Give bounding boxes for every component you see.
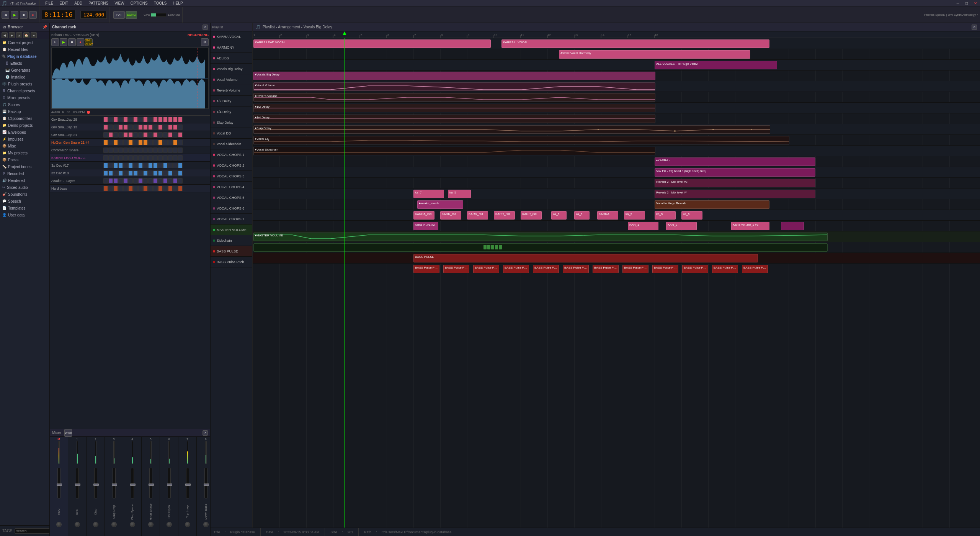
arrangement-clip[interactable]: BASS PULSE <box>413 254 758 262</box>
step-btn[interactable] <box>123 163 128 168</box>
step-btn[interactable] <box>168 155 173 161</box>
step-btn[interactable] <box>103 117 108 122</box>
step-btn[interactable] <box>123 170 128 176</box>
arrangement-clip[interactable]: BASS Pulse Pitch <box>563 265 589 273</box>
step-btn[interactable] <box>143 186 148 191</box>
step-btn[interactable] <box>123 125 128 130</box>
step-btn[interactable] <box>148 140 153 145</box>
step-btn[interactable] <box>113 155 118 161</box>
arrangement-clip[interactable]: BASS Pulse Pitch <box>712 265 738 273</box>
step-btn[interactable] <box>158 155 163 161</box>
arrangement-clip[interactable]: Karra Vo...ref_1 #3 <box>731 222 769 230</box>
step-btn[interactable] <box>173 163 178 168</box>
wv-rec-on-play-btn[interactable]: ON PLAY <box>85 38 93 46</box>
play-btn[interactable]: ▶ <box>11 11 18 19</box>
step-btn[interactable] <box>118 132 123 138</box>
track-label-karra-vocal[interactable]: KARRA VOCAL <box>211 31 252 42</box>
arrangement-clip[interactable]: ♦KARRA - ... <box>655 157 815 166</box>
step-btn[interactable] <box>108 155 113 161</box>
step-btn[interactable] <box>143 163 148 168</box>
step-btn[interactable] <box>118 155 123 161</box>
step-btn[interactable] <box>158 163 163 168</box>
step-btn[interactable] <box>113 178 118 184</box>
step-btn[interactable] <box>133 140 138 145</box>
step-btn[interactable] <box>123 186 128 191</box>
track-content[interactable]: KARRA LEAD VOCAL KARRA L. VOCAL Awake Vo… <box>253 38 980 528</box>
sidebar-item-installed[interactable]: 💿 Installed <box>3 74 49 80</box>
step-btn[interactable] <box>173 132 178 138</box>
step-btn[interactable] <box>153 132 158 138</box>
step-btn[interactable] <box>103 140 108 145</box>
wv-settings-btn[interactable]: ⚙ <box>201 38 209 46</box>
step-btn[interactable] <box>118 140 123 145</box>
mixer-close-btn[interactable]: ✕ <box>203 430 208 436</box>
step-btn[interactable] <box>148 178 153 184</box>
step-btn[interactable] <box>143 140 148 145</box>
track-label-master-volume[interactable]: MASTER VOLUME <box>211 225 252 235</box>
pan-knob[interactable] <box>93 522 98 527</box>
step-btn[interactable] <box>158 125 163 130</box>
fader-track[interactable] <box>168 468 171 498</box>
sidebar-item-project-bones[interactable]: 🦴 Project bones <box>0 163 49 170</box>
fader-knob[interactable] <box>130 484 136 486</box>
step-btn[interactable] <box>173 125 178 130</box>
sidebar-item-packs[interactable]: 📦 Packs <box>0 156 49 163</box>
step-btn[interactable] <box>178 178 183 184</box>
step-btn[interactable] <box>113 163 118 168</box>
step-btn[interactable] <box>178 186 183 191</box>
step-btn[interactable] <box>178 132 183 138</box>
step-btn[interactable] <box>128 155 133 161</box>
arrangement-clip[interactable]: ALL VOCALS - To Huge Verb2 <box>655 61 777 69</box>
step-btn[interactable] <box>113 140 118 145</box>
sidebar-item-impulses[interactable]: ⚡ Impulses <box>0 136 49 143</box>
step-btn[interactable] <box>163 155 168 161</box>
sidebar-item-demo-projects[interactable]: 📁 Demo projects <box>0 122 49 129</box>
track-label-vocal-chops-5[interactable]: VOCAL CHOPS 5 <box>211 192 252 203</box>
step-btn[interactable] <box>118 178 123 184</box>
track-label-adlibs[interactable]: ADLIBS <box>211 53 252 64</box>
step-btn[interactable] <box>178 125 183 130</box>
sidebar-item-generators[interactable]: 🎹 Generators <box>3 67 49 74</box>
fader-knob[interactable] <box>149 484 154 486</box>
timeline-ruler[interactable]: 1 2 3 4 5 6 7 <box>253 31 980 38</box>
step-btn[interactable] <box>148 155 153 161</box>
sidebar-star-btn[interactable]: ★ <box>31 32 37 38</box>
fader-track[interactable] <box>57 468 60 498</box>
step-btn[interactable] <box>128 163 133 168</box>
step-btn[interactable] <box>138 170 143 176</box>
step-btn[interactable] <box>163 170 168 176</box>
step-btn[interactable] <box>153 125 158 130</box>
arrangement-clip[interactable]: ♦Vocal Volume <box>253 82 655 91</box>
fader-track[interactable] <box>131 468 134 498</box>
arrangement-clip[interactable]: ka_7 <box>413 190 444 198</box>
arrangement-clip[interactable]: ♦Reverb Volume <box>253 93 655 102</box>
arrangement-clip[interactable]: ♦awake_everb <box>417 200 463 209</box>
step-btn[interactable] <box>173 170 178 176</box>
prev-btn[interactable]: ⏮ <box>2 11 9 19</box>
step-btn[interactable] <box>103 125 108 130</box>
step-btn[interactable] <box>143 178 148 184</box>
arrangement-clip[interactable]: ka_5 <box>624 211 645 220</box>
step-btn[interactable] <box>113 132 118 138</box>
step-btn[interactable] <box>108 117 113 122</box>
step-btn[interactable] <box>128 186 133 191</box>
track-label-vocal-chops-6[interactable]: VOCAL CHOPS 6 <box>211 203 252 214</box>
pan-knob[interactable] <box>56 522 62 527</box>
step-btn[interactable] <box>148 148 153 153</box>
arrangement-clip[interactable]: BASS Pulse Pitch <box>652 265 678 273</box>
step-btn[interactable] <box>163 178 168 184</box>
arrangement-clip[interactable]: Vocal to Huge Reverb <box>655 200 769 209</box>
sidebar-back-btn[interactable]: ◀ <box>2 32 8 38</box>
step-btn[interactable] <box>143 117 148 122</box>
waveform-display[interactable]: // This will be rendered via JS below <box>51 48 209 109</box>
fader-knob[interactable] <box>185 484 191 486</box>
step-btn[interactable] <box>123 148 128 153</box>
tags-search-input[interactable] <box>15 528 50 534</box>
step-btn[interactable] <box>138 117 143 122</box>
sidebar-home-btn[interactable]: 🏠 <box>23 32 29 38</box>
fader-knob[interactable] <box>93 484 99 486</box>
step-btn[interactable] <box>138 186 143 191</box>
record-btn[interactable]: ● <box>29 11 37 19</box>
track-label-vocal-chops-2[interactable]: VOCAL CHOPS 2 <box>211 160 252 171</box>
step-btn[interactable] <box>103 186 108 191</box>
